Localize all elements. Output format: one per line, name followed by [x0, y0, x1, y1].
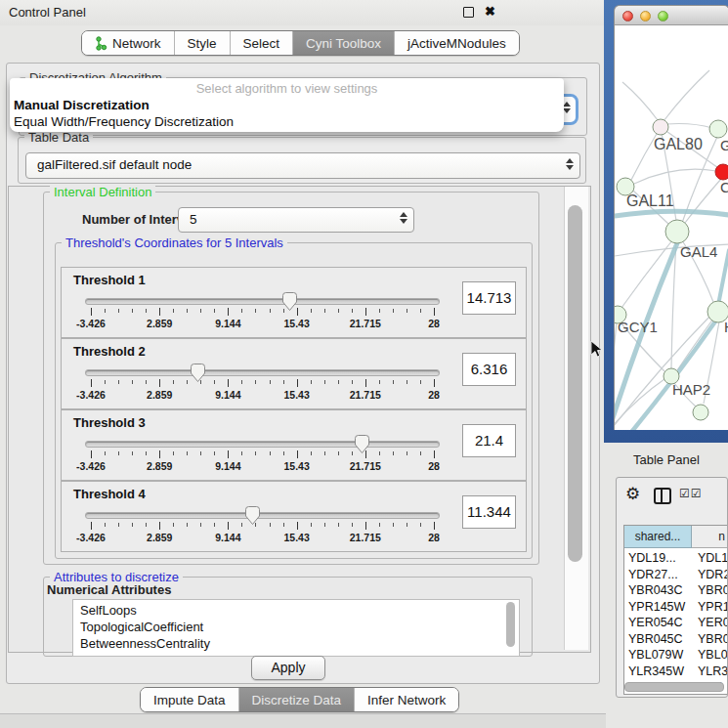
table-row-cell[interactable]: YDR27...	[628, 568, 678, 581]
slider-minor-tick	[352, 451, 353, 455]
table-row-cell[interactable]: YBL079W	[628, 648, 683, 662]
slider-minor-tick	[283, 451, 284, 455]
slider-major-tick	[434, 308, 435, 316]
slider-major-tick	[297, 379, 298, 387]
tab-network[interactable]: Network	[82, 31, 175, 55]
table-row-cell[interactable]: YER054C	[628, 616, 683, 629]
apply-button[interactable]: Apply	[251, 656, 325, 680]
attribute-item-topologicalcoefficient[interactable]: TopologicalCoefficient	[80, 620, 203, 634]
checked-checkbox-icon[interactable]: ☑☑	[679, 487, 703, 500]
close-icon[interactable]: ✖	[485, 4, 495, 19]
slider-minor-tick	[324, 451, 325, 455]
bottom-strip	[0, 713, 606, 728]
table-row-cell[interactable]: YBR043C	[628, 583, 683, 597]
slider-tick-label: 2.859	[130, 318, 189, 329]
network-node-label: GAL11	[626, 193, 674, 209]
table-row-cell[interactable]: YLR3	[698, 664, 728, 678]
slider-major-tick	[91, 379, 92, 387]
network-node[interactable]	[715, 164, 728, 180]
table-row-cell[interactable]: YDL1	[698, 551, 728, 565]
slider-tick-label: -3.426	[62, 318, 120, 329]
float-window-icon[interactable]	[463, 7, 474, 18]
slider-tick-label: 28	[405, 389, 463, 401]
slider-minor-tick	[283, 523, 284, 527]
numerical-attributes-label: Numerical Attributes	[47, 582, 171, 597]
table-column-header[interactable]: shared...	[624, 526, 692, 548]
table-row-cell[interactable]: YBR0	[698, 632, 728, 646]
tab-select[interactable]: Select	[231, 31, 294, 55]
slider-thumb[interactable]	[244, 505, 261, 530]
close-traffic-light[interactable]	[622, 11, 633, 21]
slider-major-tick	[365, 522, 366, 530]
gear-icon[interactable]: ⚙	[625, 484, 640, 503]
slider-tick-label: 9.144	[198, 318, 257, 329]
table-row-cell[interactable]: YER0	[698, 616, 728, 629]
dropdown-item-manual-discretization[interactable]: Manual Discretization	[14, 98, 150, 112]
attribute-item-betweennesscentrality[interactable]: BetweennessCentrality	[80, 636, 210, 651]
numerical-attributes-list[interactable]: SelfLoopsTopologicalCoefficientBetweenne…	[72, 599, 520, 657]
slider-thumb[interactable]	[190, 363, 206, 387]
slider-minor-tick	[420, 451, 421, 455]
table-row-cell[interactable]: YPR1	[698, 600, 728, 614]
slider-track[interactable]	[85, 441, 440, 448]
table-row-cell[interactable]: YLR345W	[628, 664, 684, 678]
attributes-scrollbar-thumb[interactable]	[506, 602, 515, 647]
slider-tick-label: 21.715	[336, 389, 395, 401]
threshold-value-field[interactable]: 21.4	[462, 424, 516, 457]
threshold-value-field[interactable]: 6.316	[462, 353, 516, 386]
table-row-cell[interactable]: YBR0	[698, 583, 728, 597]
node-table[interactable]: shared...nYDL19...YDL1YDR27...YDR2YBR043…	[623, 525, 728, 695]
slider-thumb[interactable]	[281, 291, 298, 316]
network-window-titlebar[interactable]	[614, 5, 728, 25]
slider-track[interactable]	[85, 298, 440, 305]
table-row-cell[interactable]: YBR045C	[628, 632, 683, 646]
table-row-cell[interactable]: YDL19...	[628, 551, 676, 565]
slider-minor-tick	[338, 523, 339, 527]
top-tab-bar: NetworkStyleSelectCyni ToolboxjActiveMNo…	[81, 30, 520, 56]
slider-major-tick	[159, 522, 160, 530]
number-of-intervals-combobox[interactable]: 5	[178, 207, 414, 233]
tab-cyni-toolbox[interactable]: Cyni Toolbox	[293, 31, 395, 55]
slider-thumb[interactable]	[354, 434, 370, 458]
slider-track[interactable]	[85, 512, 440, 519]
slider-minor-tick	[338, 380, 339, 384]
zoom-traffic-light[interactable]	[658, 11, 668, 21]
slider-minor-tick	[173, 380, 174, 384]
table-panel: Table Panel ⚙ ☑☑ shared...nYDL19...YDL1Y…	[606, 443, 728, 728]
threshold-value-field[interactable]: 11.344	[462, 495, 516, 529]
tab-infer-network[interactable]: Infer Network	[355, 688, 458, 711]
network-canvas[interactable]: GAL80GACGAL11GAL4GCY1HHAP2	[614, 25, 728, 430]
network-node[interactable]	[693, 405, 708, 420]
horizontal-scrollbar-thumb[interactable]	[624, 682, 724, 692]
dropdown-item-equal-width-frequency-discretization[interactable]: Equal Width/Frequency Discretization	[14, 114, 234, 129]
split-columns-icon[interactable]	[654, 488, 671, 504]
network-node[interactable]	[665, 220, 689, 243]
tab-jactivemnodules[interactable]: jActiveMNodules	[395, 31, 519, 55]
slider-track[interactable]	[85, 369, 440, 376]
tab-impute-data[interactable]: Impute Data	[141, 688, 239, 711]
slider-minor-tick	[241, 451, 242, 455]
minimize-traffic-light[interactable]	[640, 11, 651, 21]
tab-style[interactable]: Style	[175, 31, 231, 55]
threshold-row-1: Threshold 1-3.4262.8599.14415.4321.71528…	[61, 267, 527, 338]
slider-minor-tick	[105, 523, 106, 527]
slider-major-tick	[159, 308, 160, 316]
table-column-header[interactable]: n	[692, 526, 728, 548]
table-data-combobox[interactable]: galFiltered.sif default node	[25, 152, 580, 179]
spinner-icon	[399, 212, 407, 224]
table-row-cell[interactable]: YPR145W	[628, 600, 685, 614]
threshold-value-field[interactable]: 14.713	[462, 281, 516, 315]
table-row-cell[interactable]: YBL0	[698, 648, 728, 662]
slider-minor-tick	[311, 523, 312, 527]
tab-discretize-data[interactable]: Discretize Data	[239, 688, 356, 711]
table-row-cell[interactable]: YDR2	[698, 568, 728, 581]
vertical-scrollbar-thumb[interactable]	[568, 205, 582, 562]
network-node[interactable]	[709, 120, 727, 138]
slider-major-tick	[297, 522, 298, 530]
slider-tick-label: 15.43	[268, 318, 326, 329]
network-node[interactable]	[653, 119, 668, 135]
slider-major-tick	[159, 450, 160, 458]
slider-major-tick	[91, 522, 92, 530]
attribute-item-selfloops[interactable]: SelfLoops	[80, 603, 137, 618]
slider-minor-tick	[173, 309, 174, 313]
